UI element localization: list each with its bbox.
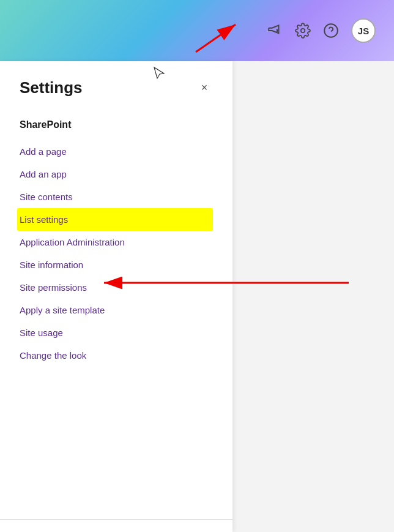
- menu-item-add-page[interactable]: Add a page: [20, 140, 213, 163]
- close-button[interactable]: ×: [196, 80, 213, 97]
- menu-item-site-permissions[interactable]: Site permissions: [20, 276, 213, 299]
- menu-item-change-look[interactable]: Change the look: [20, 344, 213, 367]
- menu-item-application-admin[interactable]: Application Administration: [20, 231, 213, 253]
- settings-gear-icon[interactable]: [295, 23, 311, 39]
- menu-item-apply-site-template[interactable]: Apply a site template: [20, 299, 213, 321]
- section-heading: SharePoint: [20, 119, 213, 130]
- svg-point-0: [301, 29, 305, 33]
- svg-point-1: [324, 24, 338, 37]
- menu-item-add-app[interactable]: Add an app: [20, 163, 213, 185]
- menu-item-site-contents[interactable]: Site contents: [20, 185, 213, 208]
- menu-list: Add a page Add an app Site contents List…: [20, 140, 213, 367]
- panel-divider: [0, 519, 232, 520]
- menu-item-list-settings[interactable]: List settings: [17, 208, 213, 231]
- menu-item-site-usage[interactable]: Site usage: [20, 321, 213, 344]
- avatar[interactable]: JS: [351, 18, 376, 43]
- settings-title: Settings: [20, 78, 83, 97]
- header-bar: JS: [0, 0, 394, 61]
- megaphone-icon[interactable]: [267, 23, 283, 39]
- settings-header: Settings ×: [20, 78, 213, 97]
- settings-panel: Settings × SharePoint Add a page Add an …: [0, 61, 232, 532]
- menu-item-site-information[interactable]: Site information: [20, 253, 213, 276]
- help-icon[interactable]: [323, 23, 339, 39]
